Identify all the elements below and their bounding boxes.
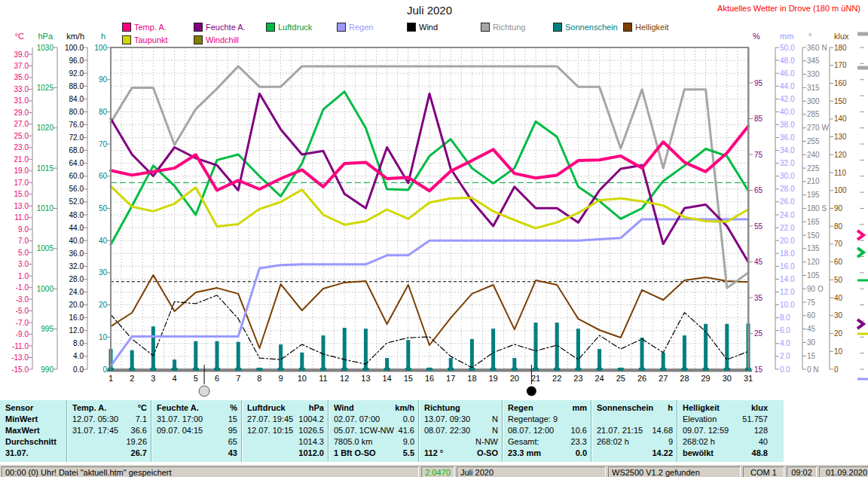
svg-text:130: 130 — [834, 133, 847, 141]
status-segment-3: WS2500 V1.2 gefunden — [608, 466, 741, 477]
svg-text:1010: 1010 — [37, 204, 54, 213]
edge-marker-strip — [857, 34, 868, 379]
svg-text:11: 11 — [319, 374, 327, 383]
svg-text:170: 170 — [834, 61, 847, 69]
svg-text:60.0: 60.0 — [69, 172, 84, 180]
svg-text:4.0: 4.0 — [780, 339, 790, 347]
svg-text:9.0: 9.0 — [18, 225, 29, 234]
svg-text:8.0: 8.0 — [780, 313, 790, 322]
svg-text:0.0: 0.0 — [73, 365, 84, 374]
svg-text:10.0: 10.0 — [780, 301, 795, 309]
svg-text:13: 13 — [361, 374, 370, 383]
table-cell-row: 08.07. 12:0010.6 — [508, 425, 587, 436]
svg-text:44.0: 44.0 — [69, 224, 84, 232]
svg-text:21: 21 — [531, 374, 540, 383]
svg-text:10: 10 — [298, 374, 307, 383]
status-segment-6: 01.09.2020 — [819, 466, 868, 477]
axis-h: h1009080706050403020100 — [94, 32, 111, 374]
svg-text:°C: °C — [15, 32, 24, 41]
table-cell-row: 12.07. 10:151026.5 — [247, 425, 324, 436]
svg-text:44.0: 44.0 — [780, 82, 795, 90]
svg-text:km/h: km/h — [66, 32, 84, 41]
svg-text:-7.0: -7.0 — [16, 319, 29, 327]
table-cell-row: 12.07. 05:307.1 — [72, 414, 147, 425]
svg-text:25: 25 — [616, 374, 625, 383]
svg-text:40: 40 — [834, 294, 843, 302]
summary-table: SensorMinWertMaxWertDurchschnitt31.07.Te… — [0, 400, 784, 462]
column-header: LuftdruckhPa — [247, 402, 324, 414]
svg-text:16.0: 16.0 — [780, 262, 795, 271]
axis-deg: °360 N345330315300285270 W25524022521019… — [802, 32, 829, 374]
svg-text:315: 315 — [807, 84, 820, 92]
svg-text:0: 0 — [102, 365, 107, 374]
svg-text:90: 90 — [99, 75, 108, 84]
svg-text:25: 25 — [754, 329, 763, 338]
svg-text:mm: mm — [780, 32, 793, 41]
table-cell-row: 19.26 — [72, 436, 147, 448]
svg-text:360 N: 360 N — [807, 44, 827, 52]
svg-text:18: 18 — [467, 374, 476, 383]
svg-text:20: 20 — [834, 329, 843, 338]
svg-text:37.0: 37.0 — [14, 62, 29, 70]
svg-text:84.0: 84.0 — [69, 95, 84, 103]
svg-text:95: 95 — [754, 79, 763, 87]
svg-text:160: 160 — [834, 79, 847, 87]
svg-text:-9.0: -9.0 — [16, 330, 29, 338]
row-label: MaxWert — [5, 425, 63, 436]
table-cell-row: 13.07. 09:30N — [424, 414, 498, 425]
svg-text:27.0: 27.0 — [14, 120, 29, 128]
svg-text:hPa: hPa — [38, 32, 53, 41]
svg-text:12: 12 — [340, 374, 349, 383]
svg-text:5.0: 5.0 — [18, 249, 29, 257]
svg-text:34.0: 34.0 — [780, 146, 795, 154]
svg-text:50: 50 — [99, 204, 108, 213]
weather-app-window: { "header": { "title": "Juli 2020", "not… — [0, 0, 868, 477]
svg-text:30: 30 — [723, 374, 732, 383]
svg-text:45: 45 — [807, 325, 816, 333]
table-cell-row: 43 — [157, 448, 237, 459]
svg-text:48.0: 48.0 — [780, 57, 795, 65]
svg-text:15.0: 15.0 — [14, 190, 29, 198]
svg-text:60: 60 — [807, 311, 816, 320]
svg-text:31.0: 31.0 — [14, 96, 29, 105]
table-column-temp-a: Temp. A.°C12.07. 05:307.131.07. 17:4536.… — [66, 400, 151, 462]
svg-text:65: 65 — [754, 186, 763, 194]
table-column-richtung: Richtung13.07. 09:30N08.07. 22:30NN-NW11… — [418, 400, 502, 462]
svg-text:15: 15 — [404, 374, 413, 383]
table-cell-row: 27.07. 19:451004.2 — [247, 414, 324, 425]
table-cell-row: 1012.0 — [247, 448, 324, 459]
svg-text:0.0: 0.0 — [780, 365, 790, 374]
svg-text:21.0: 21.0 — [14, 155, 29, 164]
svg-text:90 O: 90 O — [807, 285, 824, 293]
svg-text:75: 75 — [754, 151, 763, 159]
row-label: Durchschnitt — [5, 436, 63, 448]
table-cell-row: Elevation51.757 — [683, 414, 768, 425]
svg-text:31: 31 — [744, 374, 753, 383]
svg-text:-15.0: -15.0 — [11, 365, 29, 374]
svg-text:52.0: 52.0 — [69, 197, 84, 206]
svg-text:20: 20 — [99, 301, 108, 309]
svg-text:-13.0: -13.0 — [11, 353, 29, 362]
table-cell-row: 02.07. 07:000.0 — [334, 414, 414, 425]
svg-text:225: 225 — [807, 164, 820, 173]
svg-text:26: 26 — [637, 374, 646, 383]
table-cell-row: 31.07. 17:0015 — [157, 414, 237, 425]
column-header: Sonnenscheinh — [597, 402, 673, 414]
table-cell-row: 08.07. 22:30N — [424, 425, 498, 436]
svg-text:25.0: 25.0 — [14, 132, 29, 140]
svg-text:22: 22 — [552, 374, 561, 383]
svg-text:42.0: 42.0 — [780, 95, 795, 103]
svg-text:6: 6 — [215, 374, 219, 383]
svg-text:23: 23 — [573, 374, 582, 383]
svg-text:-5.0: -5.0 — [16, 307, 29, 315]
svg-text:995: 995 — [41, 325, 53, 333]
svg-text:120: 120 — [807, 258, 820, 266]
svg-text:0 N: 0 N — [807, 365, 819, 374]
svg-text:110: 110 — [834, 169, 846, 177]
svg-text:7.0: 7.0 — [18, 237, 29, 245]
svg-text:64.0: 64.0 — [69, 159, 84, 167]
svg-text:50: 50 — [834, 276, 843, 284]
svg-text:195: 195 — [807, 191, 820, 199]
svg-text:90: 90 — [834, 204, 843, 213]
svg-text:12.0: 12.0 — [69, 326, 84, 335]
